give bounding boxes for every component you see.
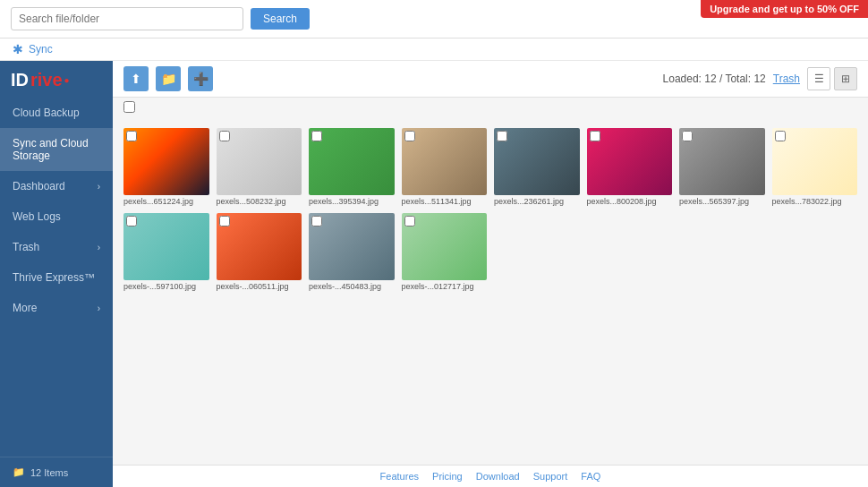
footer-download-link[interactable]: Download xyxy=(476,471,520,482)
file-thumb-wrapper xyxy=(123,128,209,195)
grid-view-button[interactable]: ⊞ xyxy=(834,67,857,90)
sync-icon: ✱ xyxy=(13,42,23,56)
file-name: pexels...395394.jpg xyxy=(309,197,395,206)
list-view-button[interactable]: ☰ xyxy=(807,67,830,90)
file-name: pexels...651224.jpg xyxy=(123,197,209,206)
sync-bar: ✱ Sync xyxy=(0,38,868,61)
sidebar-item-thrive[interactable]: Thrive Express™ xyxy=(0,262,113,293)
file-thumb-wrapper xyxy=(402,128,488,195)
select-all-checkbox[interactable] xyxy=(123,101,135,113)
file-thumb-wrapper xyxy=(679,128,765,195)
load-status: Loaded: 12 / Total: 12 xyxy=(663,73,766,85)
file-checkbox[interactable] xyxy=(404,216,415,226)
file-area: pexels...651224.jpg pexels...508232.jpg … xyxy=(113,119,868,465)
chevron-right-icon: › xyxy=(98,303,100,313)
upload-button[interactable]: ⬆ xyxy=(123,66,149,91)
content-area: ⬆ 📁 ➕ Loaded: 12 / Total: 12 Trash ☰ ⊞ xyxy=(113,61,868,487)
view-toggle: ☰ ⊞ xyxy=(807,67,857,90)
list-item: pexels-...060511.jpg xyxy=(217,213,302,291)
list-item: pexels-...450483.jpg xyxy=(309,213,395,291)
sidebar-item-trash[interactable]: Trash › xyxy=(0,232,113,262)
list-item: pexels-...012717.jpg xyxy=(402,213,488,291)
select-all-row xyxy=(113,98,868,119)
sidebar-item-label: Thrive Express™ xyxy=(13,271,95,284)
file-thumb-wrapper xyxy=(309,128,395,195)
file-name: pexels...236261.jpg xyxy=(494,197,580,206)
upgrade-banner[interactable]: Upgrade and get up to 50% OFF xyxy=(701,0,868,18)
file-name: pexels...565397.jpg xyxy=(679,197,765,206)
file-thumb-wrapper xyxy=(217,213,302,280)
list-item: pexels...783022.jpg xyxy=(772,128,858,206)
search-button[interactable]: Search xyxy=(251,8,310,30)
file-checkbox[interactable] xyxy=(219,131,230,141)
sidebar-item-label: Cloud Backup xyxy=(13,107,80,119)
file-name: pexels-...450483.jpg xyxy=(309,282,395,291)
list-item: pexels...651224.jpg xyxy=(123,128,209,206)
file-checkbox[interactable] xyxy=(497,131,507,141)
footer-pricing-link[interactable]: Pricing xyxy=(432,471,463,482)
logo-id: ID xyxy=(11,70,29,90)
file-name: pexels...800208.jpg xyxy=(587,197,673,206)
file-name: pexels...783022.jpg xyxy=(772,197,858,206)
sync-label[interactable]: Sync xyxy=(29,43,53,56)
file-name: pexels-...060511.jpg xyxy=(217,282,302,291)
file-checkbox[interactable] xyxy=(590,131,600,141)
top-bar: Search Upgrade and get up to 50% OFF xyxy=(0,0,868,38)
toolbar-right: Loaded: 12 / Total: 12 Trash ☰ ⊞ xyxy=(663,67,857,90)
logo-drive: rive xyxy=(30,70,63,90)
list-item: pexels...508232.jpg xyxy=(217,128,302,206)
footer-faq-link[interactable]: FAQ xyxy=(581,471,600,482)
footer-support-link[interactable]: Support xyxy=(533,471,568,482)
list-item: pexels...565397.jpg xyxy=(679,128,765,206)
file-checkbox[interactable] xyxy=(682,131,693,141)
file-checkbox[interactable] xyxy=(126,216,137,226)
file-name: pexels...508232.jpg xyxy=(217,197,302,206)
sidebar-item-label: Trash xyxy=(13,241,39,253)
file-thumb-wrapper xyxy=(402,213,488,280)
file-name: pexels...511341.jpg xyxy=(402,197,488,206)
file-name: pexels-...012717.jpg xyxy=(402,282,488,291)
logo-icon: ● xyxy=(64,75,70,85)
sidebar-item-label: Web Logs xyxy=(13,210,61,223)
file-grid: pexels...651224.jpg pexels...508232.jpg … xyxy=(123,128,857,291)
file-thumb-wrapper xyxy=(217,128,302,195)
main-layout: IDrive ● Cloud Backup Sync and Cloud Sto… xyxy=(0,61,868,487)
sidebar-item-label: Sync and Cloud Storage xyxy=(13,137,100,162)
logo: IDrive ● xyxy=(0,61,113,98)
file-thumb-wrapper xyxy=(123,213,209,280)
list-item: pexels-...597100.jpg xyxy=(123,213,209,291)
list-item: pexels...800208.jpg xyxy=(587,128,673,206)
list-item: pexels...236261.jpg xyxy=(494,128,580,206)
file-thumb-wrapper xyxy=(309,213,395,280)
footer: Features Pricing Download Support FAQ xyxy=(113,465,868,487)
file-checkbox[interactable] xyxy=(126,131,137,141)
trash-link[interactable]: Trash xyxy=(773,73,800,85)
file-thumb-wrapper xyxy=(587,128,673,195)
new-folder-button[interactable]: 📁 xyxy=(156,66,181,91)
file-thumb-wrapper xyxy=(494,128,580,195)
list-item: pexels...395394.jpg xyxy=(309,128,395,206)
toolbar-left: ⬆ 📁 ➕ xyxy=(123,66,213,91)
items-count: 12 Items xyxy=(30,467,68,478)
search-input[interactable] xyxy=(11,7,243,30)
sidebar-item-more[interactable]: More › xyxy=(0,293,113,323)
chevron-right-icon: › xyxy=(98,182,100,192)
sidebar-item-label: Dashboard xyxy=(13,180,65,192)
file-name: pexels-...597100.jpg xyxy=(123,282,209,291)
folder-icon: 📁 xyxy=(13,466,25,478)
sidebar-footer: 📁 12 Items xyxy=(0,457,113,487)
file-checkbox[interactable] xyxy=(775,131,786,141)
file-checkbox[interactable] xyxy=(404,131,415,141)
sidebar-item-web-logs[interactable]: Web Logs xyxy=(0,201,113,232)
sidebar: IDrive ● Cloud Backup Sync and Cloud Sto… xyxy=(0,61,113,487)
file-checkbox[interactable] xyxy=(219,216,230,226)
sidebar-item-dashboard[interactable]: Dashboard › xyxy=(0,171,113,201)
sidebar-item-cloud-backup[interactable]: Cloud Backup xyxy=(0,98,113,128)
file-checkbox[interactable] xyxy=(311,131,322,141)
list-item: pexels...511341.jpg xyxy=(402,128,488,206)
add-button[interactable]: ➕ xyxy=(188,66,213,91)
file-checkbox[interactable] xyxy=(311,216,322,226)
sidebar-item-sync[interactable]: Sync and Cloud Storage xyxy=(0,128,113,171)
footer-features-link[interactable]: Features xyxy=(380,471,419,482)
toolbar: ⬆ 📁 ➕ Loaded: 12 / Total: 12 Trash ☰ ⊞ xyxy=(113,61,868,98)
